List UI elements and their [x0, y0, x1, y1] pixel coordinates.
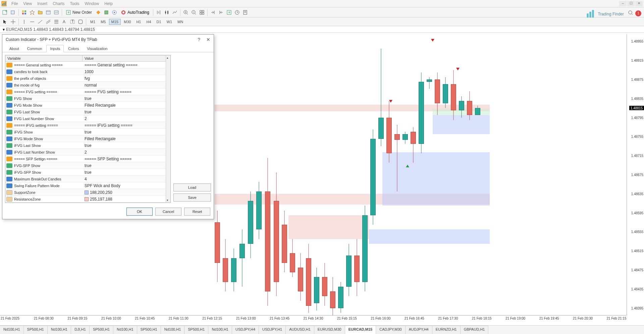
load-button[interactable]: Load — [173, 183, 211, 191]
inputs-row[interactable]: ===== iFVG setting ========== iFVG setti… — [5, 122, 170, 129]
row-value[interactable]: ===== SFP Setting ===== — [83, 157, 170, 161]
tf-w1[interactable]: W1 — [164, 19, 175, 25]
inputs-row[interactable]: FVG Last Number Show2 — [5, 115, 170, 122]
inputs-row[interactable]: ===== SFP Settign ========== SFP Setting… — [5, 156, 170, 162]
chart-dropdown-icon[interactable]: ▾ — [3, 27, 5, 32]
row-value[interactable]: 188,200,250 — [83, 190, 170, 195]
cancel-button[interactable]: Cancel — [155, 208, 181, 216]
inputs-row[interactable]: ResistanceZone255,197,188 — [5, 196, 170, 203]
tab-colors[interactable]: Colors — [64, 45, 83, 52]
chart-tab[interactable]: EURCAD,M15 — [345, 326, 376, 334]
chart-tab[interactable]: CADJPY,M30 — [376, 326, 405, 334]
search-icon[interactable] — [628, 10, 633, 16]
navigator-button[interactable] — [29, 9, 36, 16]
row-value[interactable]: true — [83, 143, 170, 148]
row-value[interactable]: ===== FVG setting ===== — [83, 90, 170, 94]
chart-tab[interactable]: AUDUSD,H1 — [286, 326, 314, 334]
row-value[interactable]: Filled Rectangale — [83, 136, 170, 141]
data-window-button[interactable] — [37, 9, 44, 16]
hline-button[interactable] — [29, 18, 36, 25]
inputs-row[interactable]: FVG-SFP Showtrue — [5, 162, 170, 169]
candle-chart-button[interactable] — [163, 9, 170, 16]
table-scrollbar[interactable]: ▴ ▾ — [166, 55, 170, 203]
cursor-button[interactable] — [1, 18, 9, 25]
chart-tab[interactable]: Nd100,H1 — [48, 326, 71, 334]
vline-button[interactable] — [20, 18, 28, 25]
inputs-row[interactable]: FVG Last Showtrue — [5, 109, 170, 115]
ok-button[interactable]: OK — [126, 208, 153, 216]
indicators-button[interactable]: + — [225, 9, 233, 16]
row-value[interactable]: Filled Rectangale — [83, 103, 170, 108]
market-watch-button[interactable] — [20, 9, 28, 16]
col-variable[interactable]: Variable — [5, 55, 83, 61]
row-value[interactable]: 4 — [83, 177, 170, 181]
notification-badge[interactable]: 1 — [635, 10, 641, 16]
crosshair-button[interactable] — [9, 18, 17, 25]
row-value[interactable]: true — [83, 96, 170, 101]
bar-chart-button[interactable] — [155, 9, 162, 16]
chart-tab[interactable]: GBPAUD,H1 — [461, 326, 489, 334]
row-value[interactable]: SPF Wick and Body — [83, 183, 170, 188]
inputs-row[interactable]: ===== General setting ========== General… — [5, 62, 170, 68]
auto-trading-button[interactable]: AutoTrading — [119, 10, 151, 15]
inputs-row[interactable]: SupportZone188,200,250 — [5, 189, 170, 196]
inputs-row[interactable]: iFVG Mode ShowFilled Rectangale — [5, 135, 170, 142]
tf-mn[interactable]: MN — [175, 19, 185, 25]
row-value[interactable]: 255,197,188 — [83, 197, 170, 202]
menu-window[interactable]: Window — [82, 1, 102, 6]
menu-view[interactable]: View — [20, 1, 35, 6]
strategy-tester-button[interactable] — [53, 9, 60, 16]
maximize-button[interactable]: ☐ — [627, 1, 635, 6]
expert-button[interactable] — [103, 9, 110, 16]
chart-tab[interactable]: USDJPY,H1 — [259, 326, 286, 334]
menu-insert[interactable]: Insert — [35, 1, 50, 6]
reset-button[interactable]: Reset — [184, 208, 210, 216]
chart-tab[interactable]: USDJPY,H4 — [232, 326, 259, 334]
profiles-button[interactable] — [9, 9, 17, 16]
shapes-button[interactable] — [77, 18, 84, 25]
inputs-row[interactable]: ===== FVG setting ========== FVG setting… — [5, 89, 170, 95]
chart-tab[interactable]: AUDJPY,H4 — [406, 326, 432, 334]
menu-help[interactable]: Help — [102, 1, 115, 6]
periods-button[interactable] — [233, 9, 241, 16]
line-chart-button[interactable] — [171, 9, 178, 16]
row-value[interactable]: normal — [83, 83, 170, 88]
inputs-row[interactable]: iFVG Last Showtrue — [5, 142, 170, 149]
chart-tab[interactable]: SP500,H1 — [137, 326, 161, 334]
chart-tab[interactable]: Nd100,H1 — [0, 326, 24, 334]
channel-button[interactable] — [45, 18, 52, 25]
new-chart-button[interactable]: + — [1, 9, 9, 16]
inputs-row[interactable]: the mode of fvgnormal — [5, 82, 170, 89]
tf-m1[interactable]: M1 — [88, 19, 98, 25]
tab-visualization[interactable]: Visualization — [83, 45, 111, 52]
tab-common[interactable]: Common — [23, 45, 46, 52]
chart-tab[interactable]: EURNZD,H1 — [432, 326, 461, 334]
tf-h4[interactable]: H4 — [144, 19, 153, 25]
row-value[interactable]: true — [83, 163, 170, 168]
chart-tab[interactable]: SP500,H1 — [184, 326, 208, 334]
chart-tab[interactable]: DJI,H1 — [71, 326, 90, 334]
tab-inputs[interactable]: Inputs — [46, 45, 64, 52]
terminal-button[interactable] — [45, 9, 52, 16]
tile-windows-button[interactable] — [198, 9, 206, 16]
row-value[interactable]: 1000 — [83, 69, 170, 74]
inputs-row[interactable]: iFVG Showtrue — [5, 129, 170, 135]
inputs-row[interactable]: FVG Showtrue — [5, 95, 170, 102]
tf-d1[interactable]: D1 — [154, 19, 164, 25]
chart-tab[interactable]: SP500,H1 — [24, 326, 48, 334]
row-value[interactable]: ===== General setting ===== — [83, 63, 170, 67]
dialog-help-button[interactable]: ? — [198, 37, 200, 42]
zoom-in-button[interactable] — [182, 9, 190, 16]
row-value[interactable]: 2 — [83, 150, 170, 155]
zoom-out-button[interactable] — [190, 9, 198, 16]
row-value[interactable]: true — [83, 130, 170, 134]
col-value[interactable]: Value — [83, 55, 170, 61]
scroll-up-icon[interactable]: ▴ — [167, 56, 168, 59]
tf-m30[interactable]: M30 — [121, 19, 133, 25]
row-value[interactable]: fvg — [83, 76, 170, 81]
shift-button[interactable] — [209, 9, 217, 16]
inputs-row[interactable]: Swing Failure Pattern ModeSPF Wick and B… — [5, 182, 170, 189]
metaquotes-button[interactable] — [95, 9, 102, 16]
inputs-row[interactable]: the prefix of objectsfvg — [5, 75, 170, 82]
close-button[interactable]: ✕ — [635, 1, 643, 6]
